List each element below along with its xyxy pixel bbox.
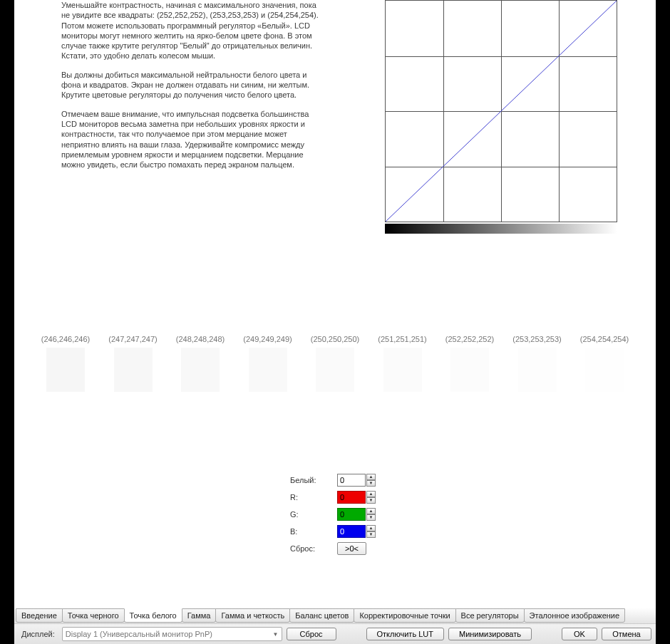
swatch-label: (249,249,249) [243, 335, 292, 343]
swatch-box [383, 348, 422, 392]
b-label: B: [290, 527, 333, 536]
r-input[interactable] [337, 491, 366, 504]
tab-эталонное-изображение[interactable]: Эталонное изображение [524, 608, 626, 623]
swatch-label: (254,254,254) [580, 335, 629, 343]
bottom-bar: Дисплей: Display 1 (Универсальный монито… [14, 623, 656, 644]
swatch-label: (253,253,253) [512, 335, 562, 343]
swatch-label: (248,248,248) [176, 335, 225, 343]
swatch-box [316, 348, 354, 392]
b-input[interactable] [337, 525, 366, 538]
swatch-box [181, 348, 220, 392]
display-label: Дисплей: [19, 630, 58, 638]
swatch-label: (250,250,250) [311, 335, 360, 343]
tab-точка-черного[interactable]: Точка черного [62, 608, 125, 623]
controls-table: Белый: ▲ ▼ R: ▲ ▼ [290, 474, 380, 555]
swatch-item: (248,248,248) [176, 335, 225, 392]
minimize-button[interactable]: Минимизировать [448, 628, 532, 640]
tab-гамма-и-четкость[interactable]: Гамма и четкость [215, 608, 290, 623]
tab-введение[interactable]: Введение [16, 608, 63, 623]
swatch-box [585, 348, 624, 392]
swatches-row: (246,246,246)(247,247,247)(248,248,248)(… [14, 335, 656, 392]
chevron-down-icon: ▼ [273, 631, 279, 638]
g-label: G: [290, 510, 333, 519]
instructions-para-1: Уменьшайте контрастность, начиная с макс… [61, 0, 325, 61]
swatch-label: (246,246,246) [41, 335, 91, 343]
tab-все-регуляторы[interactable]: Все регуляторы [455, 608, 525, 623]
white-label: Белый: [290, 476, 333, 484]
swatch-label: (251,251,251) [378, 335, 427, 343]
cancel-button[interactable]: Отмена [602, 628, 651, 640]
swatch-label: (252,252,252) [445, 335, 495, 343]
app-window: Уменьшайте контрастность, начиная с макс… [14, 0, 656, 644]
r-spin-down[interactable]: ▼ [366, 497, 376, 504]
white-input[interactable] [337, 474, 366, 487]
gradient-strip [385, 224, 617, 234]
r-label: R: [290, 493, 333, 502]
g-input[interactable] [337, 508, 366, 521]
white-spin-up[interactable]: ▲ [366, 474, 376, 480]
tab-баланс-цветов[interactable]: Баланс цветов [289, 608, 354, 623]
swatch-box [114, 348, 153, 392]
top-section: Уменьшайте контрастность, начиная с макс… [14, 0, 656, 235]
swatch-box [249, 348, 287, 392]
g-spin-down[interactable]: ▼ [366, 514, 376, 521]
ok-button[interactable]: OK [562, 628, 597, 640]
chart-column [325, 0, 656, 235]
reset-zero-button[interactable]: >0< [337, 542, 366, 555]
display-select[interactable]: Display 1 (Универсальный монитор PnP) ▼ [62, 627, 282, 641]
reset-button[interactable]: Сброс [287, 628, 336, 640]
swatch-box [450, 348, 489, 392]
swatch-label: (247,247,247) [108, 335, 158, 343]
tab-корректировочные-точки[interactable]: Корректировочные точки [354, 608, 455, 623]
instructions-para-3: Отмечаем ваше внимание, что импульсная п… [61, 109, 325, 170]
swatch-item: (247,247,247) [108, 335, 158, 392]
r-spin-up[interactable]: ▲ [366, 491, 376, 497]
swatch-box [46, 348, 85, 392]
swatch-item: (252,252,252) [445, 335, 495, 392]
swatch-box [518, 348, 557, 392]
disable-lut-button[interactable]: Отключить LUT [366, 628, 444, 640]
tone-curve-chart [385, 0, 617, 235]
tab-bar: ВведениеТочка черногоТочка белогоГаммаГа… [14, 608, 656, 623]
b-spin-down[interactable]: ▼ [366, 531, 376, 538]
instructions-text: Уменьшайте контрастность, начиная с макс… [61, 0, 325, 235]
swatch-item: (250,250,250) [311, 335, 360, 392]
tab-точка-белого[interactable]: Точка белого [124, 608, 182, 623]
reset-label: Сброс: [290, 544, 333, 553]
instructions-para-2: Вы должны добиться максимальной нейтраль… [61, 70, 325, 100]
display-select-value: Display 1 (Универсальный монитор PnP) [66, 630, 212, 638]
tab-гамма[interactable]: Гамма [182, 608, 217, 623]
swatch-item: (249,249,249) [243, 335, 292, 392]
g-spin-up[interactable]: ▲ [366, 508, 376, 514]
b-spin-up[interactable]: ▲ [366, 525, 376, 531]
white-spin-down[interactable]: ▼ [366, 480, 376, 487]
content-area: Уменьшайте контрастность, начиная с макс… [14, 0, 656, 608]
swatch-item: (246,246,246) [41, 335, 91, 392]
curve-grid[interactable] [385, 0, 617, 222]
swatch-item: (254,254,254) [580, 335, 629, 392]
swatch-item: (253,253,253) [512, 335, 562, 392]
swatch-item: (251,251,251) [378, 335, 427, 392]
